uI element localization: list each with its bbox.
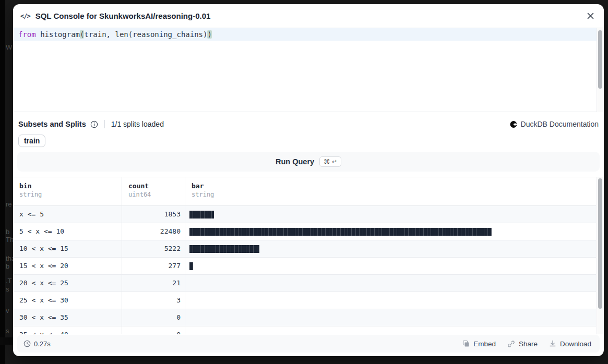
bar-cell: [185, 258, 596, 274]
sql-args: train, len(reasoning_chains): [84, 30, 207, 39]
results-table: bin string count uint64 bar string x <= …: [13, 177, 604, 334]
background-text-fragment: v: [6, 307, 9, 314]
count-cell: 22480: [122, 223, 185, 240]
split-badge-train[interactable]: train: [18, 135, 45, 147]
table-scrollbar-thumb[interactable]: [598, 178, 602, 309]
histogram-bar: [189, 262, 193, 270]
bin-cell: 10 < x <= 15: [13, 240, 122, 257]
histogram-bar: [189, 245, 259, 253]
embed-icon: [462, 340, 470, 347]
subsets-title: Subsets and Splits: [18, 120, 86, 128]
sql-console-modal: </> SQL Console for SkunkworksAI/reasoni…: [13, 4, 604, 356]
background-text-fragment: s: [6, 285, 9, 293]
bar-cell: [185, 223, 596, 240]
table-row: 5 < x <= 1022480: [13, 223, 596, 240]
background-text-fragment: W: [6, 43, 12, 51]
close-icon: [587, 12, 594, 20]
embed-button[interactable]: Embed: [462, 340, 496, 348]
bin-cell: 35 < x <= 40: [13, 326, 122, 334]
bin-cell: 20 < x <= 25: [13, 275, 122, 292]
table-row: 25 < x <= 303: [13, 292, 596, 309]
histogram-bar: [189, 211, 214, 219]
sql-open-paren: (: [80, 30, 84, 39]
run-query-button[interactable]: Run Query ⌘ ↵: [17, 152, 600, 172]
clock-icon: [23, 340, 31, 347]
sql-close-paren: ): [207, 30, 211, 39]
background-band: [0, 337, 13, 345]
count-cell: 0: [122, 326, 185, 334]
divider: [104, 120, 105, 128]
table-row: 10 < x <= 155222: [13, 240, 596, 258]
close-button[interactable]: [584, 10, 597, 22]
link-icon: [507, 340, 515, 348]
table-body: x <= 518535 < x <= 102248010 < x <= 1552…: [13, 206, 604, 334]
background-strip: [0, 0, 5, 364]
sql-keyword: from: [18, 30, 36, 39]
table-header: bin string count uint64 bar string: [13, 177, 596, 206]
count-cell: 277: [122, 258, 185, 274]
count-cell: 5222: [122, 240, 185, 257]
splits-loaded-text: 1/1 splits loaded: [111, 120, 164, 128]
sql-editor[interactable]: from histogram(train, len(reasoning_chai…: [13, 28, 604, 112]
column-header-count: count uint64: [122, 177, 185, 205]
background-text-fragment: b: [6, 228, 9, 236]
count-cell: 3: [122, 292, 185, 309]
bin-cell: x <= 5: [13, 206, 122, 223]
subsets-section: Subsets and Splits 1/1 splits loaded: [13, 112, 604, 147]
info-icon[interactable]: [90, 120, 98, 128]
splits-list: train: [18, 135, 599, 147]
modal-header: </> SQL Console for SkunkworksAI/reasoni…: [13, 4, 604, 28]
count-cell: 1853: [122, 206, 185, 223]
editor-scrollbar[interactable]: [597, 28, 604, 112]
modal-title: SQL Console for SkunkworksAI/reasoning-0…: [35, 11, 211, 20]
sql-text: histogram: [36, 30, 80, 39]
column-header-bar: bar string: [185, 177, 596, 205]
bar-cell: [185, 309, 596, 326]
background-text-fragment: Th: [6, 236, 14, 244]
background-text-fragment: .T: [6, 277, 12, 285]
background-text-fragment: s: [6, 327, 9, 335]
download-button[interactable]: Download: [549, 340, 591, 348]
table-row: 35 < x <= 400: [13, 326, 596, 334]
table-scrollbar[interactable]: [597, 177, 604, 334]
query-duration: 0.27s: [23, 340, 51, 348]
bar-cell: [185, 240, 596, 257]
screen: WrebThthab.Tsvs </> SQL Console for Skun…: [0, 0, 608, 364]
bin-cell: 30 < x <= 35: [13, 309, 122, 326]
table-row: x <= 51853: [13, 206, 596, 223]
duckdb-documentation-link[interactable]: DuckDB Documentation: [510, 120, 599, 128]
bin-cell: 5 < x <= 10: [13, 223, 122, 240]
background-text-fragment: re: [6, 200, 12, 208]
count-cell: 21: [122, 275, 185, 292]
bar-cell: [185, 206, 596, 223]
code-icon: </>: [20, 13, 30, 20]
download-icon: [549, 340, 556, 347]
background-text-fragment: b: [6, 262, 9, 270]
histogram-bar: [189, 228, 492, 236]
duckdb-logo-icon: [510, 120, 518, 128]
keyboard-shortcut-badge: ⌘ ↵: [319, 156, 341, 167]
column-header-bin: bin string: [13, 177, 122, 205]
count-cell: 0: [122, 309, 185, 326]
run-query-label: Run Query: [276, 157, 314, 166]
table-row: 15 < x <= 20277: [13, 258, 596, 275]
editor-scrollbar-thumb[interactable]: [598, 30, 602, 89]
bar-cell: [185, 275, 596, 292]
modal-footer: 0.27s Embed Share: [17, 335, 600, 353]
table-row: 30 < x <= 350: [13, 309, 596, 326]
editor-active-line: from histogram(train, len(reasoning_chai…: [13, 28, 604, 41]
bar-cell: [185, 292, 596, 309]
bin-cell: 25 < x <= 30: [13, 292, 122, 309]
bin-cell: 15 < x <= 20: [13, 258, 122, 274]
bar-cell: [185, 326, 596, 334]
share-button[interactable]: Share: [507, 340, 538, 348]
table-row: 20 < x <= 2521: [13, 275, 596, 292]
